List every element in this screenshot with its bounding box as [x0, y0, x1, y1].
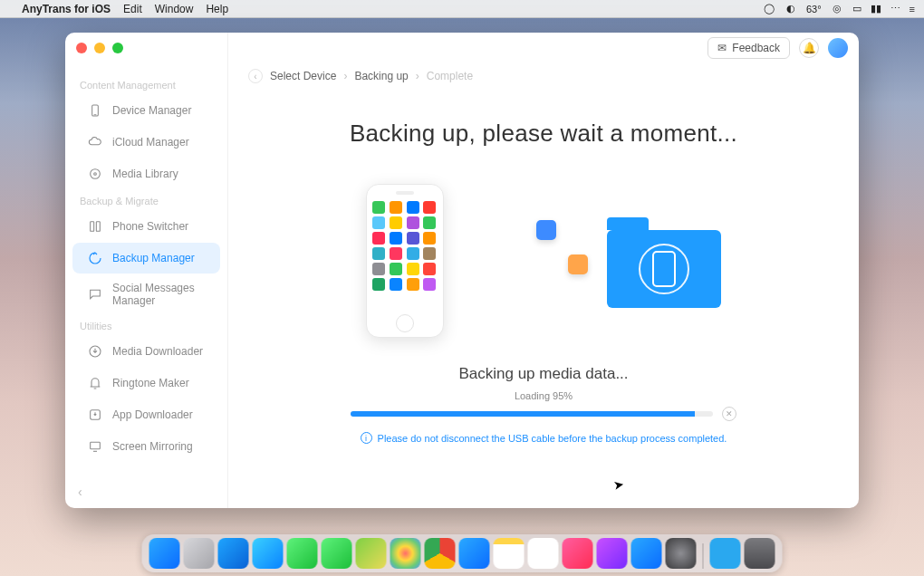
- phone-app-icon: [390, 278, 402, 291]
- dock-item-music[interactable]: [563, 538, 593, 569]
- backup-icon: [87, 250, 103, 266]
- dock-item-photos[interactable]: [390, 538, 421, 569]
- sidebar-item-label: Media Downloader: [112, 345, 203, 358]
- backup-warning-text: i Please do not disconnect the USB cable…: [265, 432, 823, 444]
- dock-item-downloads[interactable]: [710, 538, 741, 569]
- device-icon: [87, 102, 103, 119]
- battery-icon[interactable]: ▮▮: [871, 3, 881, 14]
- backup-progress-bar: [351, 411, 713, 417]
- sidebar-item-social-messages-manager[interactable]: Social Messages Manager: [72, 274, 220, 314]
- breadcrumb: ‹ Select Device › Backing up › Complete: [228, 69, 859, 92]
- dock-item-facetime[interactable]: [322, 538, 352, 569]
- phone-app-icon: [390, 201, 402, 214]
- sidebar-item-backup-manager[interactable]: Backup Manager: [72, 243, 220, 274]
- backup-illustration: [265, 184, 823, 338]
- sidebar-item-device-manager[interactable]: Device Manager: [72, 95, 220, 126]
- sidebar-item-icloud-manager[interactable]: iCloud Manager: [72, 127, 220, 158]
- dock-item-reminders[interactable]: [528, 538, 559, 569]
- ring-icon: [87, 375, 103, 391]
- sidebar-section-title: Content Management: [65, 74, 227, 94]
- phone-app-icon: [407, 247, 419, 260]
- transfer-chip-1: [536, 220, 556, 240]
- status-icon-2[interactable]: ◐: [784, 3, 797, 15]
- sidebar-item-label: Screen Mirroring: [112, 440, 193, 453]
- sidebar-item-screen-mirroring[interactable]: Screen Mirroring: [72, 431, 220, 462]
- dock-item-launchpad[interactable]: [184, 538, 215, 569]
- media-icon: [87, 166, 103, 182]
- phone-app-icon: [390, 216, 402, 229]
- close-icon: ✕: [726, 409, 733, 418]
- sidebar-item-phone-switcher[interactable]: Phone Switcher: [72, 211, 220, 242]
- phone-app-icon: [407, 232, 419, 245]
- svg-point-3: [94, 173, 97, 176]
- sidebar-item-media-library[interactable]: Media Library: [72, 158, 220, 189]
- sidebar-item-media-downloader[interactable]: Media Downloader: [72, 336, 220, 367]
- menubar-app-name[interactable]: AnyTrans for iOS: [22, 3, 111, 15]
- sidebar-item-label: Phone Switcher: [112, 220, 188, 233]
- dock-item-podcasts[interactable]: [597, 538, 628, 569]
- notification-center-icon[interactable]: ≡: [910, 4, 915, 14]
- phone-app-icon: [390, 247, 402, 260]
- switch-icon: [87, 218, 103, 235]
- svg-rect-8: [91, 442, 101, 448]
- dock-item-maps[interactable]: [356, 538, 387, 569]
- macos-menubar: AnyTrans for iOS Edit Window Help ◯ ◐ 63…: [0, 0, 924, 18]
- backup-status-text: Backing up media data...: [265, 365, 823, 383]
- phone-app-icon: [372, 216, 385, 229]
- sidebar-item-label: Backup Manager: [112, 252, 195, 264]
- menubar-temperature[interactable]: 63°: [806, 4, 822, 14]
- sidebar-item-ringtone-maker[interactable]: Ringtone Maker: [72, 368, 220, 398]
- source-phone-graphic: [366, 184, 444, 338]
- menubar-item-edit[interactable]: Edit: [123, 3, 142, 15]
- phone-app-icon: [423, 232, 436, 245]
- sidebar-item-app-downloader[interactable]: App Downloader: [72, 399, 220, 430]
- collapse-sidebar-button[interactable]: ‹: [78, 485, 82, 499]
- phone-app-icon: [372, 278, 385, 291]
- phone-app-icon: [423, 278, 436, 291]
- mouse-cursor: ➤: [612, 476, 626, 493]
- info-icon: i: [361, 432, 372, 444]
- phone-app-icon: [372, 263, 385, 275]
- breadcrumb-step-2[interactable]: Backing up: [354, 70, 408, 82]
- phone-app-icon: [372, 232, 385, 245]
- dock-item-notes[interactable]: [494, 538, 525, 569]
- cloud-icon: [87, 134, 103, 150]
- phone-app-icon: [423, 216, 436, 229]
- sidebar-item-label: Device Manager: [112, 104, 191, 117]
- status-icon-1[interactable]: ◯: [763, 3, 775, 15]
- breadcrumb-back-button[interactable]: ‹: [248, 69, 263, 83]
- menubar-item-window[interactable]: Window: [155, 3, 194, 15]
- dock-item-finder[interactable]: [149, 538, 180, 569]
- phone-app-icon: [407, 216, 419, 229]
- dock-item-safari[interactable]: [218, 538, 249, 569]
- svg-rect-5: [96, 222, 100, 232]
- menubar-item-help[interactable]: Help: [206, 3, 228, 15]
- dock-item-anytrans[interactable]: [459, 538, 490, 569]
- backup-folder-graphic: [607, 217, 721, 304]
- phone-app-icon: [372, 201, 385, 214]
- menubar-flag-icon[interactable]: ▭: [852, 3, 861, 14]
- main-pane: ‹ Select Device › Backing up › Complete …: [228, 33, 859, 508]
- dock-item-trash[interactable]: [745, 538, 775, 569]
- dock-item-settings[interactable]: [666, 538, 697, 569]
- dock-item-appstore[interactable]: [631, 538, 662, 569]
- sidebar-section-title: Backup & Migrate: [65, 190, 227, 210]
- phone-app-icon: [407, 278, 419, 291]
- backup-phone-icon: [652, 251, 676, 287]
- menubar-more-icon[interactable]: ⋯: [890, 3, 900, 14]
- breadcrumb-step-1[interactable]: Select Device: [270, 70, 336, 82]
- svg-point-2: [91, 169, 101, 179]
- cancel-backup-button[interactable]: ✕: [722, 407, 736, 421]
- breadcrumb-step-3: Complete: [427, 70, 473, 82]
- dock-item-mail[interactable]: [253, 538, 284, 569]
- phone-app-icon: [423, 201, 436, 214]
- phone-app-icon: [407, 263, 419, 275]
- spotlight-icon[interactable]: ◎: [831, 3, 843, 15]
- phone-app-icon: [390, 232, 402, 245]
- phone-app-icon: [423, 263, 436, 275]
- download-icon: [87, 343, 103, 360]
- phone-app-icon: [390, 263, 402, 275]
- dock-item-chrome[interactable]: [425, 538, 456, 569]
- sidebar-item-label: App Downloader: [112, 408, 193, 421]
- dock-item-messages[interactable]: [287, 538, 318, 569]
